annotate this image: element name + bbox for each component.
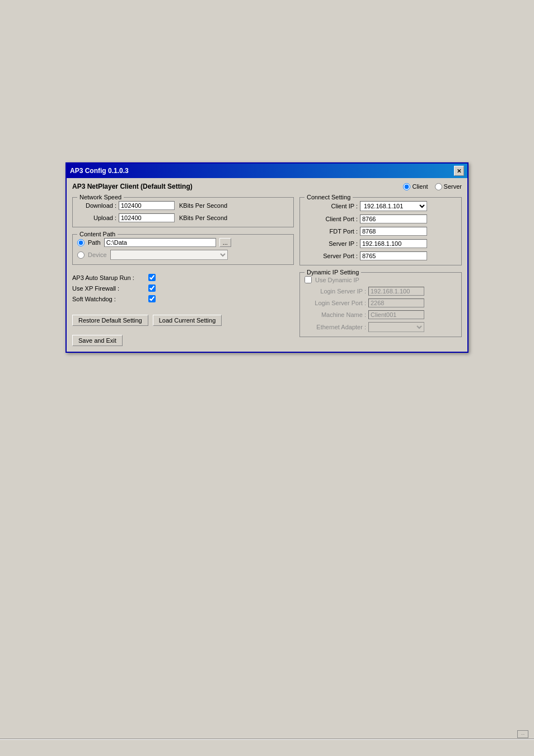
titlebar: AP3 Config 0.1.0.3 — [67, 164, 467, 178]
xp-firewall-checkbox[interactable] — [148, 284, 156, 292]
load-current-button[interactable]: Load Current Setting — [153, 315, 222, 326]
client-port-label: Client Port : — [305, 216, 358, 222]
xp-firewall-row: Use XP Firewall : — [72, 284, 294, 292]
path-radio[interactable] — [77, 239, 85, 246]
ethernet-adapter-select[interactable] — [368, 322, 424, 332]
checkboxes-section: AP3 Auto Starup Run : Use XP Firewall : … — [72, 274, 294, 306]
device-radio[interactable] — [77, 251, 85, 259]
server-ip-input[interactable] — [360, 239, 427, 248]
upload-label: Upload : — [77, 214, 116, 221]
watchdog-checkbox[interactable] — [148, 295, 156, 302]
download-unit: KBits Per Second — [179, 202, 227, 209]
server-ip-label: Server IP : — [305, 240, 358, 247]
fdt-port-input[interactable] — [360, 227, 427, 236]
use-dynamic-label: Use Dynamic IP — [315, 277, 359, 283]
ethernet-adapter-row: Ethernet Adapter : — [305, 322, 457, 332]
fdt-port-row: FDT Port : — [305, 227, 457, 236]
client-radio-label: Client — [412, 183, 428, 190]
machine-name-input[interactable] — [368, 310, 424, 319]
main-layout: Network Speed Download : KBits Per Secon… — [72, 195, 462, 346]
download-label: Download : — [77, 202, 116, 209]
ethernet-adapter-label: Ethernet Adapter : — [305, 324, 366, 330]
client-ip-label: Client IP : — [305, 203, 358, 209]
login-server-port-row: Login Server Port : — [305, 298, 457, 307]
path-radio-label: Path — [88, 239, 101, 246]
login-server-ip-label: Login Server IP : — [305, 288, 366, 295]
server-radio[interactable] — [435, 183, 442, 190]
server-port-label: Server Port : — [305, 253, 358, 259]
device-radio-label: Device — [88, 251, 107, 258]
server-ip-row: Server IP : — [305, 239, 457, 248]
watchdog-row: Soft Watchdog : — [72, 295, 294, 302]
upload-row: Upload : KBits Per Second — [77, 213, 289, 222]
network-speed-group: Network Speed Download : KBits Per Secon… — [72, 197, 294, 227]
connect-setting-legend: Connect Setting — [305, 194, 353, 200]
client-radio-item[interactable]: Client — [403, 183, 428, 190]
client-ip-row: Client IP : 192.168.1.101 — [305, 201, 457, 211]
action-buttons-row: Restore Default Setting Load Current Set… — [72, 315, 294, 326]
mini-icon-text: ··· — [521, 732, 525, 737]
client-port-row: Client Port : — [305, 214, 457, 223]
right-panel: Connect Setting Client IP : 192.168.1.10… — [299, 195, 462, 346]
machine-name-row: Machine Name : — [305, 310, 457, 319]
server-port-input[interactable] — [360, 251, 427, 260]
top-row: AP3 NetPlayer Client (Default Setting) C… — [72, 183, 462, 190]
client-radio[interactable] — [403, 183, 410, 190]
client-port-input[interactable] — [360, 214, 427, 223]
close-button[interactable] — [454, 166, 464, 176]
content-path-group: Content Path Path ... Device — [72, 234, 294, 265]
connect-setting-group: Connect Setting Client IP : 192.168.1.10… — [299, 197, 462, 265]
server-radio-label: Server — [444, 183, 462, 190]
device-radio-row: Device — [77, 250, 289, 260]
content-path-legend: Content Path — [77, 231, 118, 237]
use-dynamic-checkbox[interactable] — [305, 276, 312, 283]
download-input[interactable] — [119, 201, 175, 210]
login-server-ip-input[interactable] — [368, 287, 424, 296]
mode-radio-group: Client Server — [403, 183, 462, 190]
fdt-port-label: FDT Port : — [305, 228, 358, 235]
machine-name-label: Machine Name : — [305, 311, 366, 318]
auto-startup-checkbox[interactable] — [148, 274, 156, 281]
left-panel: Network Speed Download : KBits Per Secon… — [72, 195, 294, 346]
login-server-port-input[interactable] — [368, 298, 424, 307]
device-select[interactable] — [110, 250, 228, 260]
app-title-label: AP3 NetPlayer Client (Default Setting) — [72, 183, 399, 190]
dynamic-ip-group: Dynamic IP Setting Use Dynamic IP Login … — [299, 272, 462, 337]
client-ip-select[interactable]: 192.168.1.101 — [360, 201, 427, 211]
login-server-ip-row: Login Server IP : — [305, 287, 457, 296]
server-port-row: Server Port : — [305, 251, 457, 260]
save-exit-row: Save and Exit — [72, 335, 294, 346]
server-radio-item[interactable]: Server — [435, 183, 462, 190]
window-title: AP3 Config 0.1.0.3 — [70, 167, 129, 175]
download-row: Download : KBits Per Second — [77, 201, 289, 210]
window-content: AP3 NetPlayer Client (Default Setting) C… — [67, 178, 467, 352]
save-exit-button[interactable]: Save and Exit — [72, 335, 123, 346]
main-window: AP3 Config 0.1.0.3 AP3 NetPlayer Client … — [65, 162, 469, 353]
path-input[interactable] — [104, 238, 216, 247]
auto-startup-label: AP3 Auto Starup Run : — [72, 274, 145, 281]
xp-firewall-label: Use XP Firewall : — [72, 285, 145, 292]
dynamic-ip-legend: Dynamic IP Setting — [305, 269, 361, 276]
upload-input[interactable] — [119, 213, 175, 222]
watchdog-label: Soft Watchdog : — [72, 296, 145, 302]
path-radio-row: Path ... — [77, 238, 289, 247]
auto-startup-row: AP3 Auto Starup Run : — [72, 274, 294, 281]
login-server-port-label: Login Server Port : — [305, 300, 366, 306]
taskbar — [0, 739, 534, 756]
mini-icon: ··· — [517, 730, 528, 738]
browse-button[interactable]: ... — [219, 238, 231, 247]
restore-default-button[interactable]: Restore Default Setting — [72, 315, 148, 326]
use-dynamic-row: Use Dynamic IP — [305, 276, 457, 283]
network-speed-legend: Network Speed — [77, 194, 124, 200]
upload-unit: KBits Per Second — [179, 214, 227, 221]
